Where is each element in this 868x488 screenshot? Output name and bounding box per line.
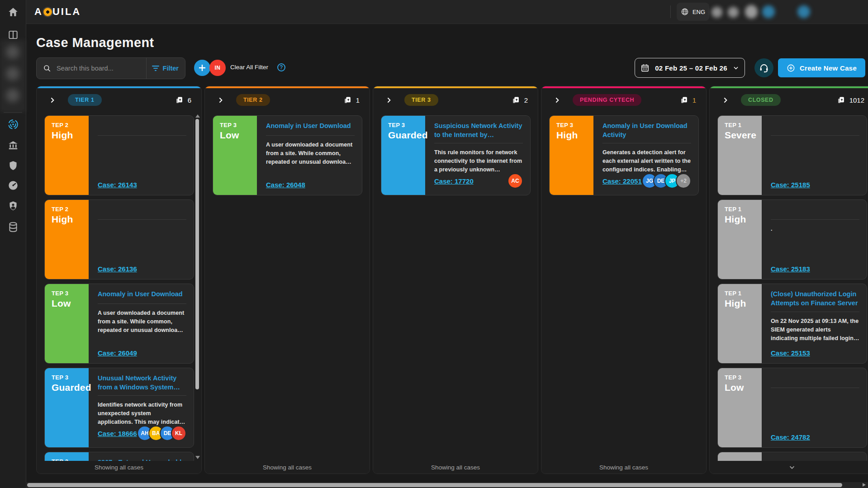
- case-title-link[interactable]: Suspicious Network Activity to the Inter…: [434, 121, 523, 139]
- case-card[interactable]: TEP 2 High Case: 26136: [44, 199, 194, 280]
- chevron-right-icon[interactable]: [217, 96, 224, 104]
- case-link[interactable]: Case: 26048: [266, 181, 305, 189]
- shield-icon[interactable]: [7, 160, 19, 171]
- case-card-partial[interactable]: TEP 3 8807 - External Unreachable to...: [44, 452, 194, 461]
- severity-panel: TEP 1 High: [718, 200, 762, 279]
- severity-label: Guarded: [388, 130, 422, 141]
- chevron-right-icon[interactable]: [48, 96, 56, 104]
- case-link[interactable]: Case: 26143: [98, 181, 137, 189]
- date-range-selector[interactable]: 02 Feb 25 – 02 Feb 26: [635, 58, 745, 78]
- blurred-icon[interactable]: [797, 5, 810, 18]
- load-more-chevron-down-icon[interactable]: [788, 463, 796, 471]
- case-title-link[interactable]: Anomaly in User Download: [98, 289, 186, 299]
- severity-panel: TEP 1 Severe: [718, 116, 762, 195]
- divider: [771, 312, 859, 312]
- horizontal-scrollbar[interactable]: [26, 482, 868, 488]
- filter-button[interactable]: Filter: [146, 58, 185, 79]
- top-bar: AUILA ENG: [0, 0, 868, 24]
- chevron-right-icon[interactable]: [385, 96, 393, 104]
- case-title-link[interactable]: …: [771, 458, 859, 461]
- add-filter-button[interactable]: [194, 60, 210, 76]
- avatar: KL: [171, 426, 186, 441]
- create-new-case-button[interactable]: Create New Case: [778, 58, 865, 77]
- case-link[interactable]: Case: 17720: [434, 177, 474, 185]
- case-card[interactable]: TEP 1 Severe Case: 25185: [717, 115, 867, 195]
- id-badge-icon[interactable]: [7, 200, 19, 212]
- case-title-link[interactable]: Anomaly in User Download Activity: [602, 121, 691, 139]
- search-input[interactable]: [56, 64, 146, 72]
- headset-icon: [759, 62, 769, 73]
- case-title-link[interactable]: (Close) Unauthorized Login Attempts on F…: [771, 289, 859, 308]
- kanban-board-icon[interactable]: [7, 29, 19, 41]
- case-card[interactable]: TEP 3 Guarded Suspicious Network Activit…: [381, 115, 531, 195]
- case-link[interactable]: Case: 26136: [98, 265, 137, 273]
- scrollbar-thumb[interactable]: [27, 483, 842, 487]
- scroll-down-arrow[interactable]: [195, 456, 200, 459]
- in-filter-badge[interactable]: IN: [209, 60, 226, 76]
- case-link[interactable]: Case: 26049: [98, 349, 137, 357]
- severity-panel: TEP 3 Low: [45, 284, 89, 363]
- chevron-down-icon: [733, 65, 739, 71]
- case-title-link[interactable]: Unusual Network Activity from a Windows …: [98, 374, 186, 391]
- bank-icon[interactable]: [7, 139, 19, 151]
- case-card[interactable]: TEP 3 Low Anomaly in User Download A use…: [44, 284, 194, 364]
- home-icon[interactable]: [7, 6, 19, 18]
- database-icon[interactable]: [7, 221, 19, 233]
- vertical-scrollbar[interactable]: [194, 114, 200, 459]
- page-title: Case Management: [36, 35, 868, 50]
- scrollbar-thumb[interactable]: [195, 119, 199, 389]
- blurred-icon[interactable]: [728, 7, 739, 18]
- clear-all-filter-button[interactable]: Clear All Filter: [230, 64, 268, 71]
- case-title-link[interactable]: [98, 205, 186, 215]
- chevron-right-icon[interactable]: [553, 96, 561, 104]
- case-link[interactable]: Case: 25183: [771, 265, 810, 273]
- case-link[interactable]: Case: 18666: [98, 430, 137, 437]
- help-icon[interactable]: ?: [277, 63, 285, 71]
- case-card[interactable]: TEP 1 High . Case: 25183: [717, 199, 867, 280]
- app-logo: AUILA: [34, 6, 81, 18]
- case-card[interactable]: TEP 3 Low Case: 24782: [717, 368, 867, 448]
- logo-text-suffix: UILA: [52, 6, 81, 18]
- case-link[interactable]: Case: 22051: [602, 177, 642, 185]
- search-box: Filter: [36, 57, 185, 79]
- case-title-link[interactable]: Anomaly in User Download: [266, 121, 355, 131]
- logo-text-prefix: A: [34, 6, 43, 18]
- tep-label: TEP 3: [388, 122, 422, 128]
- case-card[interactable]: TEP 1 High (Close) Unauthorized Login At…: [717, 284, 867, 364]
- scroll-right-arrow[interactable]: [863, 483, 866, 487]
- case-link[interactable]: Case: 24782: [771, 433, 810, 441]
- case-title-link[interactable]: [771, 121, 859, 131]
- support-button[interactable]: [754, 58, 773, 77]
- radar-icon[interactable]: [7, 118, 19, 130]
- blurred-icon[interactable]: [745, 5, 758, 19]
- case-title-link[interactable]: [771, 374, 859, 384]
- severity-label: Guarded: [52, 382, 86, 393]
- severity-panel: TEP 3 Low: [718, 368, 762, 447]
- case-card[interactable]: TEP 3 Low Anomaly in User Download A use…: [213, 115, 362, 195]
- case-title-link[interactable]: [98, 121, 186, 131]
- case-card[interactable]: TEP 2 High Case: 26143: [44, 115, 194, 195]
- column-tier-2: TIER 2 1 TEP 3 Low Anomaly in User Downl…: [204, 86, 370, 474]
- divider: [98, 395, 186, 396]
- column-count: 1: [343, 96, 360, 104]
- case-title-link[interactable]: 8807 - External Unreachable to...: [98, 458, 186, 461]
- language-selector[interactable]: ENG: [677, 3, 709, 21]
- case-card[interactable]: TEP 3 Guarded Unusual Network Activity f…: [44, 368, 194, 448]
- case-card-partial[interactable]: …: [717, 452, 867, 461]
- severity-label: High: [556, 130, 591, 141]
- case-card[interactable]: TEP 3 High Anomaly in User Download Acti…: [549, 115, 699, 195]
- blurred-icon[interactable]: [711, 7, 722, 18]
- case-description: .: [771, 225, 859, 233]
- column-header: TIER 2 1: [205, 88, 370, 112]
- case-link[interactable]: Case: 25185: [771, 181, 810, 189]
- chevron-right-icon[interactable]: [721, 96, 729, 104]
- scroll-up-arrow[interactable]: [195, 114, 200, 118]
- case-link[interactable]: Case: 25153: [771, 349, 810, 357]
- avatar-overflow: +2: [676, 173, 691, 189]
- severity-label: High: [52, 214, 86, 225]
- blurred-icon[interactable]: [762, 5, 775, 18]
- severity-label: Low: [52, 298, 86, 309]
- gauge-icon[interactable]: [7, 180, 19, 191]
- case-title-link[interactable]: [771, 205, 859, 215]
- column-footer: [710, 461, 868, 474]
